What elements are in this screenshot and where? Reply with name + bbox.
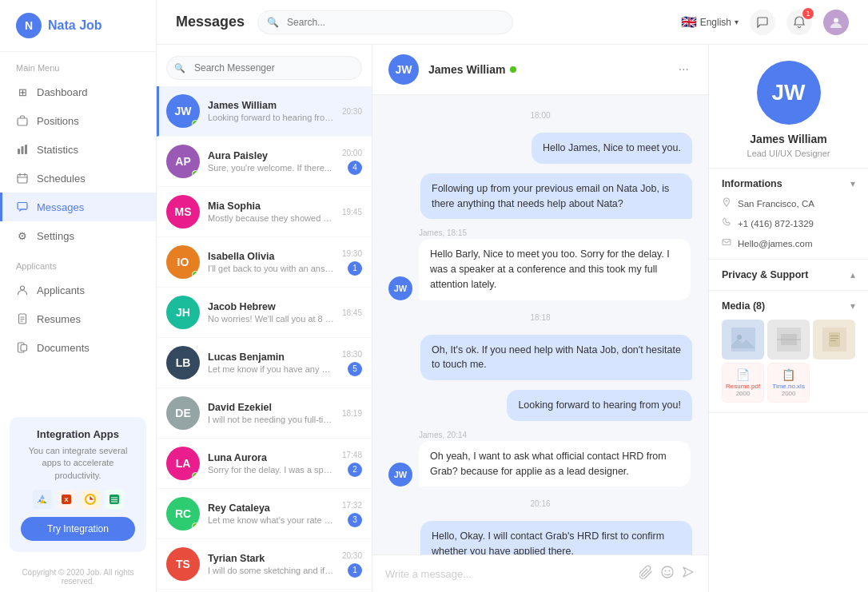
svg-rect-26: [829, 332, 840, 347]
contact-time: 18:30: [342, 350, 362, 359]
contact-item[interactable]: JW James William Looking forward to hear…: [157, 86, 372, 137]
contact-item[interactable]: AP Aura Paisley Sure, you're welcome. If…: [157, 137, 372, 187]
privacy-header[interactable]: Privacy & Support ▴: [722, 269, 855, 280]
try-integration-button[interactable]: Try Integration: [21, 517, 135, 541]
chevron-down-icon: ▾: [850, 178, 855, 189]
contact-time: 18:19: [342, 409, 362, 418]
messages-area: 🔍 JW James William Looking forward to he…: [157, 45, 868, 592]
svg-text:X: X: [64, 496, 69, 503]
contact-avatar: TS: [166, 547, 200, 581]
sidebar-item-documents[interactable]: Documents: [0, 333, 156, 362]
sidebar-item-label: Resumes: [37, 313, 81, 325]
doc-size: 2000: [736, 390, 751, 397]
message-row: Hello, Okay. I will contact Grab's HRD f…: [388, 521, 692, 554]
contact-time: 17:32: [342, 501, 362, 510]
svg-point-15: [662, 566, 673, 578]
message-bubble: Following up from your previous email on…: [420, 173, 692, 220]
chat-more-button[interactable]: ···: [675, 59, 692, 80]
logo[interactable]: N Nata Job: [0, 0, 156, 52]
notification-icon-button[interactable]: 1: [786, 10, 812, 35]
sidebar-item-label: Applicants: [37, 284, 85, 296]
contact-preview: I'll get back to you with an answ...: [208, 264, 334, 273]
contact-meta: 18:19: [342, 409, 362, 418]
send-button[interactable]: [681, 565, 695, 582]
contact-info: Luna Aurora Sorry for the delay. I was a…: [208, 452, 334, 475]
contact-item[interactable]: TS Tyrian Stark I will do some sketching…: [157, 539, 372, 590]
contact-info: James William Looking forward to hearing…: [208, 100, 334, 122]
search-input[interactable]: [257, 10, 513, 34]
google-icon: [81, 490, 100, 509]
sidebar-item-label: Statistics: [37, 144, 78, 156]
statistics-icon: [16, 143, 29, 156]
sidebar-item-positions[interactable]: Positions: [0, 106, 156, 135]
sheets-icon: [105, 490, 124, 509]
sidebar-item-schedules[interactable]: Schedules: [0, 164, 156, 193]
contact-meta: 20:00 4: [342, 149, 362, 175]
contact-avatar: RC: [166, 497, 200, 530]
message-input[interactable]: [385, 568, 633, 580]
doc-size: 2000: [782, 390, 796, 397]
message-bubble: Looking forward to hearing from you!: [507, 390, 692, 421]
integration-title: Integration Apps: [21, 428, 135, 440]
emoji-button[interactable]: [660, 565, 675, 582]
language-selector[interactable]: 🇬🇧 English ▾: [681, 14, 739, 30]
main-content: Messages 🔍 🇬🇧 English ▾ 1: [157, 0, 868, 592]
contact-avatar: IO: [166, 245, 200, 279]
user-avatar[interactable]: [823, 10, 849, 35]
integration-icons: X: [21, 490, 135, 509]
messenger-search-input[interactable]: [166, 56, 362, 80]
contact-info: Lucas Benjamin Let me know if you have a…: [208, 352, 334, 374]
google-drive-icon: [33, 490, 52, 509]
sidebar-item-statistics[interactable]: Statistics: [0, 135, 156, 164]
contact-preview: I will not be needing you full-tim...: [208, 415, 334, 424]
attachment-button[interactable]: [639, 565, 654, 582]
sidebar: N Nata Job Main Menu ⊞ Dashboard Positio…: [0, 0, 157, 592]
svg-point-17: [669, 570, 671, 572]
informations-header[interactable]: Informations ▾: [722, 178, 855, 189]
contact-item[interactable]: RC Rey Cataleya Let me know what's your …: [157, 489, 372, 539]
sidebar-item-messages[interactable]: Messages: [0, 193, 156, 221]
contact-item[interactable]: DE David Ezekiel I will not be needing y…: [157, 388, 372, 439]
email-value: Hello@james.com: [738, 239, 812, 248]
media-thumb-1[interactable]: [722, 320, 764, 360]
media-header[interactable]: Media (8) ▾: [722, 300, 855, 312]
message-bubble: Oh yeah, I want to ask what official con…: [419, 441, 691, 487]
messenger-search-wrap: 🔍: [157, 45, 372, 86]
contact-item[interactable]: MS Mia Sophia Mostly because they showed…: [157, 187, 372, 237]
sidebar-item-dashboard[interactable]: ⊞ Dashboard: [0, 77, 156, 106]
message-badge: 4: [348, 161, 362, 175]
media-section: Media (8) ▾ 📄: [709, 291, 868, 413]
contact-item[interactable]: JH Jacob Hebrew No worries! We'll call y…: [157, 288, 372, 338]
message-badge: 2: [348, 463, 362, 477]
svg-point-18: [726, 200, 727, 201]
logo-icon: N: [16, 13, 42, 38]
pdf-icon: 📄: [736, 368, 750, 381]
contact-preview: Mostly because they showed m...: [208, 213, 334, 223]
resumes-icon: [16, 312, 29, 325]
messages-icon: [16, 201, 29, 213]
sidebar-item-resumes[interactable]: Resumes: [0, 304, 156, 333]
sidebar-item-label: Positions: [37, 115, 79, 127]
contact-meta: 20:30: [342, 107, 362, 116]
media-thumb-2[interactable]: [767, 320, 810, 360]
contact-avatar: LB: [166, 346, 200, 379]
contact-time: 20:30: [342, 107, 362, 116]
message-timestamp: 18:18: [388, 313, 692, 322]
contact-item[interactable]: LA Luna Aurora Sorry for the delay. I wa…: [157, 439, 372, 489]
chat-icon-button[interactable]: [750, 10, 775, 35]
main-nav: ⊞ Dashboard Positions Statistics Schedu: [0, 77, 156, 250]
contact-item[interactable]: LB Lucas Benjamin Let me know if you hav…: [157, 338, 372, 388]
contact-item[interactable]: IO Isabella Olivia I'll get back to you …: [157, 237, 372, 288]
location-item: San Francisco, CA: [722, 197, 855, 209]
media-doc-resume[interactable]: 📄 Resume.pdf 2000: [722, 363, 764, 403]
chevron-down-icon: ▾: [850, 300, 855, 312]
media-thumb-3[interactable]: [813, 320, 855, 360]
sidebar-item-settings[interactable]: ⚙ Settings: [0, 221, 156, 250]
media-doc-time[interactable]: 📋 Time.no.xls 2000: [767, 363, 810, 403]
positions-icon: [16, 114, 29, 127]
message-avatar: JW: [388, 463, 412, 487]
sidebar-item-applicants[interactable]: Applicants: [0, 276, 156, 304]
chat-header: JW James William ···: [372, 45, 708, 95]
chat-header-info: James William: [428, 63, 666, 76]
contact-meta: 18:45: [342, 308, 362, 317]
